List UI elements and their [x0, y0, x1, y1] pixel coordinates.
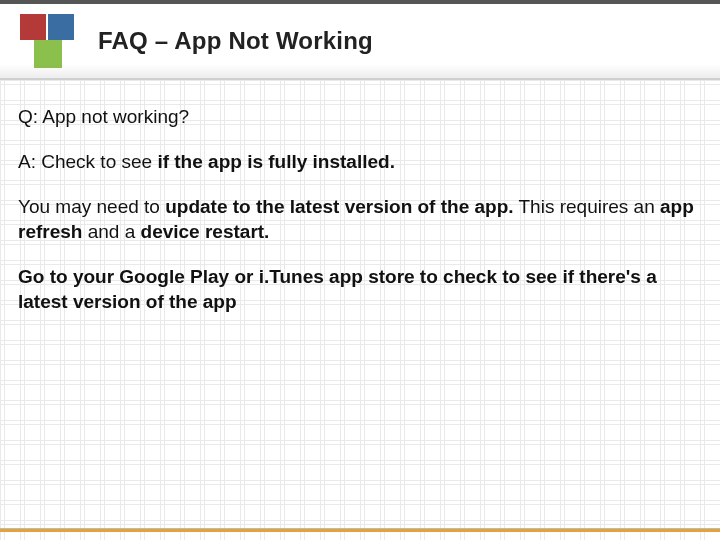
p2-text-a: You may need to [18, 196, 165, 217]
p2-text-c: This requires an [514, 196, 660, 217]
faq-answer: A: Check to see if the app is fully inst… [18, 149, 700, 174]
logo-square-blue [48, 14, 74, 40]
slide-title: FAQ – App Not Working [98, 27, 373, 55]
p2-bold-f: device restart. [141, 221, 270, 242]
logo-icon [14, 14, 78, 68]
logo-square-green [34, 40, 62, 68]
answer-text-prefix: A: Check to see [18, 151, 157, 172]
logo-square-red [20, 14, 46, 40]
footer-thick-line [0, 529, 720, 532]
p2-text-e: and a [82, 221, 140, 242]
faq-paragraph-2: You may need to update to the latest ver… [18, 194, 700, 244]
slide-header: FAQ – App Not Working [0, 0, 720, 80]
header-shadow [0, 64, 720, 78]
p3-bold: Go to your Google Play or i.Tunes app st… [18, 266, 657, 312]
p2-bold-b: update to the latest version of the app. [165, 196, 513, 217]
slide-body: Q: App not working? A: Check to see if t… [0, 80, 720, 314]
answer-bold: if the app is fully installed. [157, 151, 395, 172]
faq-question: Q: App not working? [18, 104, 700, 129]
faq-paragraph-3: Go to your Google Play or i.Tunes app st… [18, 264, 700, 314]
footer-divider [0, 528, 720, 532]
